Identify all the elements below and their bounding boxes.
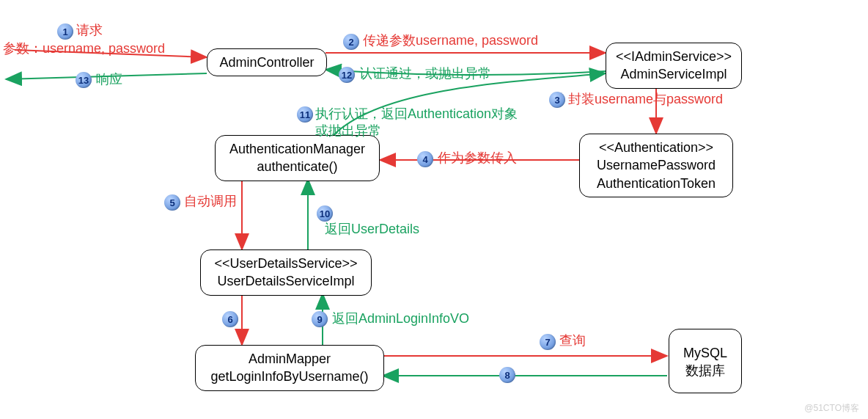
label-query: 查询: [559, 332, 586, 349]
step-bubble-2: 2: [343, 34, 359, 50]
label-return-vo: 返回AdminLoginInfoVO: [332, 310, 469, 327]
step-bubble-11: 11: [297, 106, 313, 123]
step-num: 6: [227, 314, 232, 325]
label-pass-in: 作为参数传入: [438, 150, 517, 167]
step-bubble-13: 13: [76, 72, 92, 88]
node-admin-service: <<IAdminService>> AdminServiceImpl: [606, 43, 742, 89]
step-bubble-5: 5: [164, 194, 180, 211]
node-label: AdminServiceImpl: [620, 67, 727, 81]
label-auth-pass: 认证通过，或抛出异常: [359, 65, 491, 82]
label-pass-params: 传递参数username, password: [363, 32, 538, 49]
step-bubble-8: 8: [499, 367, 515, 383]
node-label: getLoginInfoByUsername(): [210, 369, 368, 384]
step-num: 11: [300, 109, 310, 120]
node-label: AuthenticationToken: [597, 176, 716, 191]
label-request-params: 参数：username, password: [3, 40, 165, 57]
step-bubble-1: 1: [57, 23, 73, 40]
step-bubble-12: 12: [339, 67, 355, 83]
step-num: 12: [342, 70, 352, 81]
node-label: AuthenticationManager: [229, 142, 365, 156]
node-auth-manager: AuthenticationManager authenticate(): [215, 135, 380, 181]
node-label: <<IAdminService>>: [616, 49, 732, 64]
node-admin-mapper: AdminMapper getLoginInfoByUsername(): [195, 345, 384, 391]
label-return-userdetails: 返回UserDetails: [325, 221, 419, 238]
node-auth-token: <<Authentication>> UsernamePassword Auth…: [579, 134, 733, 197]
step-num: 5: [169, 197, 174, 208]
node-label: AdminMapper: [249, 351, 331, 366]
label-exec-auth: 执行认证，返回Authentication对象 或抛出异常: [315, 106, 518, 140]
node-label: UsernamePassword: [597, 158, 716, 172]
step-num: 4: [422, 154, 427, 165]
node-label: authenticate(): [257, 159, 337, 174]
label-response: 响应: [96, 71, 122, 88]
node-label: UserDetailsServiceImpl: [217, 274, 354, 288]
node-user-details: <<UserDetailsService>> UserDetailsServic…: [200, 249, 372, 296]
node-label: <<Authentication>>: [599, 140, 713, 155]
label-wrap-creds: 封装username与password: [568, 91, 723, 108]
node-label: 数据库: [685, 363, 725, 378]
step-bubble-6: 6: [222, 311, 238, 327]
node-label: AdminController: [219, 55, 314, 70]
step-bubble-4: 4: [417, 151, 433, 167]
node-admin-controller: AdminController: [207, 48, 327, 76]
step-num: 8: [504, 370, 510, 381]
step-bubble-9: 9: [312, 311, 328, 327]
step-num: 1: [62, 26, 67, 37]
node-mysql: MySQL 数据库: [669, 329, 742, 393]
step-num: 13: [78, 75, 89, 86]
step-num: 9: [317, 314, 322, 325]
step-num: 10: [320, 208, 330, 219]
step-bubble-7: 7: [540, 334, 556, 350]
step-bubble-3: 3: [549, 92, 565, 108]
node-label: <<UserDetailsService>>: [214, 256, 357, 271]
step-num: 2: [348, 37, 353, 48]
step-num: 3: [554, 95, 559, 106]
node-label: MySQL: [683, 346, 727, 360]
step-num: 7: [545, 337, 550, 348]
step-bubble-10: 10: [317, 205, 333, 222]
label-auto-invoke: 自动调用: [184, 193, 237, 210]
watermark: @51CTO博客: [804, 402, 859, 415]
label-request: 请求: [76, 22, 103, 39]
